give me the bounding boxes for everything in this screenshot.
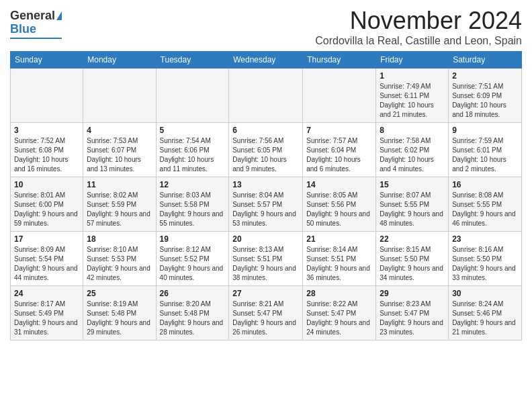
day-number: 24	[14, 289, 79, 298]
day-info: Sunrise: 8:23 AM Sunset: 5:47 PM Dayligh…	[380, 300, 445, 337]
day-number: 13	[232, 180, 299, 189]
calendar-table: SundayMondayTuesdayWednesdayThursdayFrid…	[10, 51, 522, 340]
calendar-day-header: Tuesday	[156, 52, 229, 68]
day-info: Sunrise: 8:02 AM Sunset: 5:59 PM Dayligh…	[87, 191, 152, 228]
day-number: 7	[306, 126, 372, 135]
calendar-day-header: Monday	[83, 52, 156, 68]
calendar-cell: 12Sunrise: 8:03 AM Sunset: 5:58 PM Dayli…	[156, 177, 229, 232]
logo-divider	[10, 38, 62, 39]
day-number: 23	[452, 234, 518, 244]
month-title: November 2024	[315, 7, 522, 35]
day-number: 9	[452, 126, 518, 135]
day-info: Sunrise: 8:03 AM Sunset: 5:58 PM Dayligh…	[160, 191, 226, 228]
day-number: 8	[380, 126, 445, 135]
calendar-week-row: 24Sunrise: 8:17 AM Sunset: 5:49 PM Dayli…	[11, 286, 522, 340]
day-info: Sunrise: 8:10 AM Sunset: 5:53 PM Dayligh…	[87, 245, 152, 283]
logo-text-general: General	[10, 9, 55, 23]
calendar-cell	[156, 68, 229, 123]
day-number: 10	[14, 180, 79, 189]
calendar-body: 1Sunrise: 7:49 AM Sunset: 6:11 PM Daylig…	[11, 68, 522, 340]
day-info: Sunrise: 8:17 AM Sunset: 5:49 PM Dayligh…	[14, 300, 79, 337]
calendar-cell: 20Sunrise: 8:13 AM Sunset: 5:51 PM Dayli…	[229, 232, 303, 286]
calendar-cell: 24Sunrise: 8:17 AM Sunset: 5:49 PM Dayli…	[11, 286, 83, 340]
day-info: Sunrise: 8:16 AM Sunset: 5:50 PM Dayligh…	[452, 245, 518, 283]
calendar-cell: 5Sunrise: 7:54 AM Sunset: 6:06 PM Daylig…	[156, 123, 229, 177]
calendar-week-row: 1Sunrise: 7:49 AM Sunset: 6:11 PM Daylig…	[11, 68, 522, 123]
day-info: Sunrise: 8:13 AM Sunset: 5:51 PM Dayligh…	[232, 245, 299, 283]
day-number: 29	[380, 289, 445, 298]
day-number: 21	[306, 234, 372, 244]
day-number: 5	[160, 126, 226, 135]
calendar-day-header: Wednesday	[229, 52, 303, 68]
calendar-cell: 16Sunrise: 8:08 AM Sunset: 5:55 PM Dayli…	[449, 177, 522, 232]
page-header: General Blue November 2024 Cordovilla la…	[10, 7, 522, 47]
day-number: 22	[380, 234, 445, 244]
day-number: 3	[14, 126, 79, 135]
day-info: Sunrise: 7:51 AM Sunset: 6:09 PM Dayligh…	[452, 82, 518, 120]
day-info: Sunrise: 8:20 AM Sunset: 5:48 PM Dayligh…	[160, 300, 226, 337]
day-number: 18	[87, 234, 152, 244]
day-number: 27	[232, 289, 299, 298]
day-number: 19	[160, 234, 226, 244]
calendar-cell: 25Sunrise: 8:19 AM Sunset: 5:48 PM Dayli…	[83, 286, 156, 340]
day-number: 17	[14, 234, 79, 244]
day-info: Sunrise: 7:59 AM Sunset: 6:01 PM Dayligh…	[452, 136, 518, 174]
calendar-day-header: Sunday	[11, 52, 83, 68]
calendar-cell	[11, 68, 83, 123]
calendar-cell: 6Sunrise: 7:56 AM Sunset: 6:05 PM Daylig…	[229, 123, 303, 177]
day-number: 25	[87, 289, 152, 298]
day-info: Sunrise: 7:49 AM Sunset: 6:11 PM Dayligh…	[380, 82, 445, 120]
calendar-cell: 14Sunrise: 8:05 AM Sunset: 5:56 PM Dayli…	[303, 177, 376, 232]
day-info: Sunrise: 8:22 AM Sunset: 5:47 PM Dayligh…	[306, 300, 372, 337]
day-info: Sunrise: 7:52 AM Sunset: 6:08 PM Dayligh…	[14, 136, 79, 174]
calendar-cell	[83, 68, 156, 123]
day-info: Sunrise: 7:54 AM Sunset: 6:06 PM Dayligh…	[160, 136, 226, 174]
calendar-cell: 28Sunrise: 8:22 AM Sunset: 5:47 PM Dayli…	[303, 286, 376, 340]
calendar-cell: 18Sunrise: 8:10 AM Sunset: 5:53 PM Dayli…	[83, 232, 156, 286]
day-number: 12	[160, 180, 226, 189]
day-info: Sunrise: 8:09 AM Sunset: 5:54 PM Dayligh…	[14, 245, 79, 283]
day-number: 11	[87, 180, 152, 189]
day-info: Sunrise: 8:05 AM Sunset: 5:56 PM Dayligh…	[306, 191, 372, 228]
day-info: Sunrise: 8:12 AM Sunset: 5:52 PM Dayligh…	[160, 245, 226, 283]
calendar-cell	[303, 68, 376, 123]
day-number: 20	[232, 234, 299, 244]
logo-text-blue: Blue	[10, 23, 36, 36]
calendar-cell: 21Sunrise: 8:14 AM Sunset: 5:51 PM Dayli…	[303, 232, 376, 286]
day-info: Sunrise: 8:24 AM Sunset: 5:46 PM Dayligh…	[452, 300, 518, 337]
calendar-week-row: 17Sunrise: 8:09 AM Sunset: 5:54 PM Dayli…	[11, 232, 522, 286]
logo: General Blue	[10, 7, 62, 39]
day-info: Sunrise: 7:53 AM Sunset: 6:07 PM Dayligh…	[87, 136, 152, 174]
calendar-day-header: Friday	[376, 52, 449, 68]
day-info: Sunrise: 8:14 AM Sunset: 5:51 PM Dayligh…	[306, 245, 372, 283]
calendar-cell: 23Sunrise: 8:16 AM Sunset: 5:50 PM Dayli…	[449, 232, 522, 286]
day-info: Sunrise: 8:15 AM Sunset: 5:50 PM Dayligh…	[380, 245, 445, 283]
calendar-cell: 26Sunrise: 8:20 AM Sunset: 5:48 PM Dayli…	[156, 286, 229, 340]
calendar-week-row: 10Sunrise: 8:01 AM Sunset: 6:00 PM Dayli…	[11, 177, 522, 232]
day-number: 4	[87, 126, 152, 135]
day-number: 16	[452, 180, 518, 189]
calendar-cell: 29Sunrise: 8:23 AM Sunset: 5:47 PM Dayli…	[376, 286, 449, 340]
day-info: Sunrise: 7:56 AM Sunset: 6:05 PM Dayligh…	[232, 136, 299, 174]
day-info: Sunrise: 8:07 AM Sunset: 5:55 PM Dayligh…	[380, 191, 445, 228]
day-number: 30	[452, 289, 518, 298]
calendar-cell: 1Sunrise: 7:49 AM Sunset: 6:11 PM Daylig…	[376, 68, 449, 123]
calendar-cell: 27Sunrise: 8:21 AM Sunset: 5:47 PM Dayli…	[229, 286, 303, 340]
day-number: 6	[232, 126, 299, 135]
calendar-cell: 30Sunrise: 8:24 AM Sunset: 5:46 PM Dayli…	[449, 286, 522, 340]
title-area: November 2024 Cordovilla la Real, Castil…	[315, 7, 522, 47]
day-number: 1	[380, 71, 445, 81]
calendar-cell: 7Sunrise: 7:57 AM Sunset: 6:04 PM Daylig…	[303, 123, 376, 177]
day-info: Sunrise: 8:08 AM Sunset: 5:55 PM Dayligh…	[452, 191, 518, 228]
calendar-header-row: SundayMondayTuesdayWednesdayThursdayFrid…	[11, 52, 522, 68]
calendar-cell	[229, 68, 303, 123]
calendar-day-header: Thursday	[303, 52, 376, 68]
day-number: 26	[160, 289, 226, 298]
day-number: 28	[306, 289, 372, 298]
day-info: Sunrise: 7:58 AM Sunset: 6:02 PM Dayligh…	[380, 136, 445, 174]
calendar-cell: 15Sunrise: 8:07 AM Sunset: 5:55 PM Dayli…	[376, 177, 449, 232]
calendar-cell: 9Sunrise: 7:59 AM Sunset: 6:01 PM Daylig…	[449, 123, 522, 177]
day-number: 14	[306, 180, 372, 189]
day-info: Sunrise: 7:57 AM Sunset: 6:04 PM Dayligh…	[306, 136, 372, 174]
calendar-day-header: Saturday	[449, 52, 522, 68]
